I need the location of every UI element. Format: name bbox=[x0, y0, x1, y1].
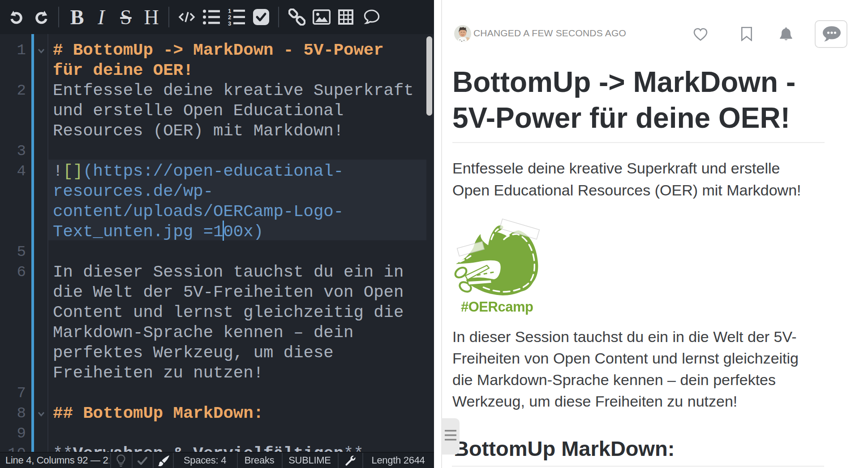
svg-text:1: 1 bbox=[228, 8, 231, 14]
svg-text:2: 2 bbox=[228, 14, 231, 21]
svg-text:3: 3 bbox=[228, 20, 231, 26]
